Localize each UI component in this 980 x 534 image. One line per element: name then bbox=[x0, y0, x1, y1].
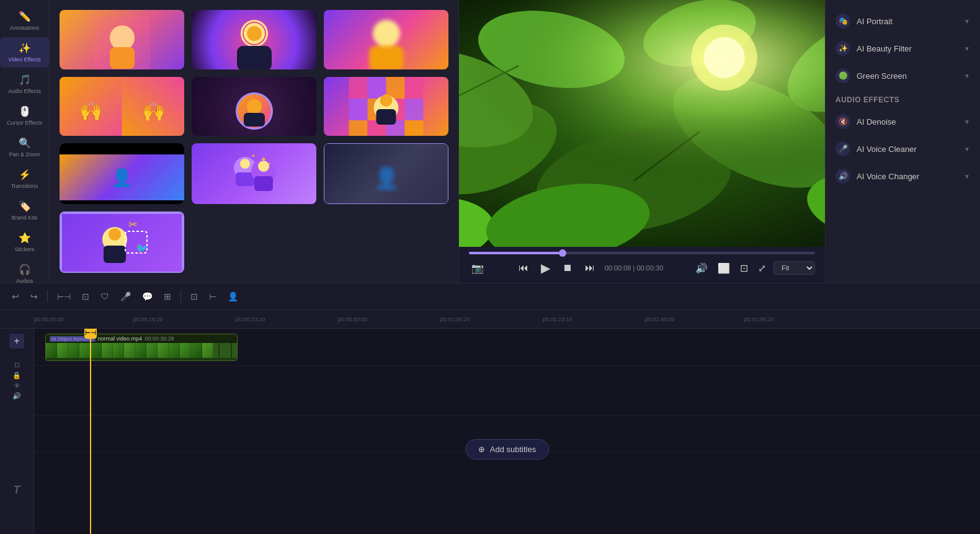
volume-btn[interactable]: 🔊 bbox=[693, 260, 710, 277]
stop-btn[interactable]: ⏹ bbox=[560, 260, 575, 276]
add-track-btn[interactable]: + bbox=[9, 334, 24, 349]
svg-rect-5 bbox=[237, 46, 272, 69]
right-panel-ai-voice-cleaner[interactable]: 🎤 AI Voice Cleaner ▼ bbox=[826, 135, 980, 162]
crop-timeline-btn[interactable]: ⊡ bbox=[78, 288, 94, 305]
effect-blur-background[interactable]: Blur background bbox=[324, 10, 448, 69]
ruler-mark-6: 00:01:40:00 bbox=[645, 316, 675, 323]
controls-center: ⏮ ▶ ⏹ ⏭ 00:00:08 | 00:00:30 bbox=[516, 258, 664, 278]
ruler-mark-5: 00:01:23:10 bbox=[543, 316, 572, 323]
undo-btn[interactable]: ↩ bbox=[7, 288, 24, 305]
redo-btn[interactable]: ↪ bbox=[26, 288, 42, 305]
right-panel-ai-beauty[interactable]: ✨ AI Beauty Filter ▼ bbox=[826, 35, 980, 62]
sidebar-item-transitions[interactable]: ⚡ Transitions bbox=[0, 164, 49, 194]
svg-rect-20 bbox=[349, 120, 368, 136]
ruler-mark-0: 00:00:00:00 bbox=[34, 316, 64, 323]
effect-mirror[interactable]: 🙌 🙌 Mirror bbox=[60, 77, 184, 136]
progress-thumb[interactable] bbox=[559, 249, 566, 257]
add-subtitles-btn[interactable]: ⊕ Add subtitles bbox=[465, 439, 549, 460]
skip-back-btn[interactable]: ⏮ bbox=[516, 260, 531, 276]
video-preview: 📷 ⏮ ▶ ⏹ ⏭ 00:00:08 | 00:00:30 🔊 ⬜ ⊡ ⤢ bbox=[459, 0, 825, 283]
ai-denoise-chevron: ▼ bbox=[964, 118, 970, 125]
sidebar-item-stickers[interactable]: ⭐ Stickers bbox=[0, 227, 49, 257]
effects-panel: Green Screen AI Portrait bbox=[50, 0, 459, 283]
speech-btn[interactable]: 💬 bbox=[138, 288, 157, 305]
screenshot-btn[interactable]: 📷 bbox=[469, 260, 486, 277]
ai-beauty-chevron: ▼ bbox=[964, 45, 970, 52]
green-screen-chevron: ▼ bbox=[964, 73, 970, 79]
effect-mosaic[interactable]: Mosaic bbox=[324, 77, 448, 136]
play-btn[interactable]: ▶ bbox=[538, 258, 553, 278]
effect-ai-object-remover[interactable]: ✂ 🐦 AI Object Remover bbox=[60, 211, 184, 274]
ai-denoise-panel-icon: 🔇 bbox=[835, 114, 850, 129]
clip-header: AI Object Remover normal video.mp4 00:00… bbox=[46, 334, 237, 343]
track-row-2 bbox=[34, 366, 980, 416]
sidebar-item-annotations[interactable]: ✏️ Annotations bbox=[0, 6, 49, 36]
shield-btn[interactable]: 🛡 bbox=[96, 288, 114, 305]
grid-layout-btn[interactable]: ⊡ bbox=[186, 288, 202, 305]
right-panel: 🎭 AI Portrait ▼ ✨ AI Beauty Filter ▼ 🟢 G… bbox=[825, 0, 980, 283]
right-panel-ai-voice-changer[interactable]: 🔊 AI Voice Changer ▼ bbox=[826, 162, 980, 190]
ruler-mark-4: 00:01:06:20 bbox=[440, 316, 470, 323]
time-display: 00:00:08 | 00:00:30 bbox=[605, 264, 664, 272]
sidebar-item-pan-zoom[interactable]: 🔍 Pan & Zoom bbox=[0, 132, 49, 162]
video-controls: 📷 ⏮ ▶ ⏹ ⏭ 00:00:08 | 00:00:30 🔊 ⬜ ⊡ ⤢ bbox=[459, 247, 825, 283]
playhead-handle[interactable]: ⊢⊣ bbox=[84, 329, 97, 339]
effect-border[interactable]: Border bbox=[192, 77, 316, 136]
ai-voice-changer-icon: 🔊 bbox=[835, 169, 850, 184]
arrange-btn[interactable]: ⊢ bbox=[205, 288, 221, 305]
svg-text:✦: ✦ bbox=[261, 155, 267, 164]
svg-point-8 bbox=[373, 20, 400, 47]
progress-bar[interactable] bbox=[469, 252, 815, 254]
text-overlay-btn[interactable]: ⊞ bbox=[159, 288, 176, 305]
sidebar-item-audios[interactable]: 🎧 Audios bbox=[0, 259, 49, 283]
mic-btn[interactable]: 🎤 bbox=[116, 288, 135, 305]
video-frame bbox=[459, 0, 825, 247]
right-panel-ai-portrait[interactable]: 🎭 AI Portrait ▼ bbox=[826, 7, 980, 35]
sidebar-item-video-effects[interactable]: ✨ Video Effects bbox=[0, 37, 49, 68]
track-row-video: AI Object Remover normal video.mp4 00:00… bbox=[34, 329, 980, 366]
effect-basic-blur[interactable]: 👤 Basic Blur bbox=[324, 143, 448, 204]
split-btn[interactable]: ⊢⊣ bbox=[53, 289, 75, 305]
svg-text:✦: ✦ bbox=[268, 162, 271, 166]
ruler-mark-1: 00:00:16:20 bbox=[133, 316, 163, 323]
cursor-effects-icon: 🖱️ bbox=[19, 105, 31, 117]
clip-filmstrip bbox=[46, 343, 237, 358]
stickers-icon: ⭐ bbox=[19, 232, 31, 244]
sidebar-item-audio-effects[interactable]: 🎵 Audio Effects bbox=[0, 69, 49, 99]
svg-rect-19 bbox=[405, 99, 424, 120]
controls-row: 📷 ⏮ ▶ ⏹ ⏭ 00:00:08 | 00:00:30 🔊 ⬜ ⊡ ⤢ bbox=[469, 258, 815, 278]
svg-point-37 bbox=[109, 228, 121, 241]
skip-forward-btn[interactable]: ⏭ bbox=[582, 260, 597, 276]
timeline-area: 00:00:00:00 00:00:16:20 00:00:33:10 00:0… bbox=[0, 310, 980, 534]
fullscreen-btn[interactable]: ⤢ bbox=[755, 260, 768, 277]
ai-voice-cleaner-icon: 🎤 bbox=[835, 141, 850, 156]
video-clip[interactable]: AI Object Remover normal video.mp4 00:00… bbox=[45, 334, 238, 361]
sidebar-item-cursor-effects[interactable]: 🖱️ Cursor Effects bbox=[0, 100, 49, 131]
timeline-left: + ⊡ 🔒 👁 🔊 T bbox=[0, 329, 34, 534]
svg-text:✦: ✦ bbox=[251, 153, 256, 159]
captions-btn[interactable]: ⬜ bbox=[715, 260, 733, 277]
controls-right: 🔊 ⬜ ⊡ ⤢ Fit 100% 75% 50% bbox=[693, 260, 815, 277]
pan-zoom-icon: 🔍 bbox=[19, 137, 31, 149]
ai-voice-changer-chevron: ▼ bbox=[964, 173, 970, 180]
right-panel-green-screen[interactable]: 🟢 Green Screen ▼ bbox=[826, 62, 980, 89]
effect-cinema-aspect[interactable]: 👤 Cinema Aspect 21:9 bbox=[60, 143, 184, 204]
timeline-toolbar: ↩ ↪ ⊢⊣ ⊡ 🛡 🎤 💬 ⊞ ⊡ ⊢ 👤 bbox=[0, 283, 980, 310]
progress-fill bbox=[469, 252, 563, 254]
fit-select[interactable]: Fit 100% 75% 50% bbox=[773, 261, 815, 275]
ai-portrait-chevron: ▼ bbox=[964, 18, 970, 25]
svg-point-28 bbox=[240, 159, 250, 169]
svg-rect-9 bbox=[369, 46, 404, 69]
person-btn[interactable]: 👤 bbox=[223, 288, 243, 305]
timeline-tracks: ⊢⊣ AI Object Remover normal video.mp4 00… bbox=[34, 329, 980, 534]
right-panel-ai-denoise[interactable]: 🔇 AI Denoise ▼ bbox=[826, 108, 980, 135]
effect-ai-portrait[interactable]: AI Portrait bbox=[192, 10, 316, 69]
svg-rect-3 bbox=[94, 16, 150, 69]
sidebar-item-brand-kits[interactable]: 🏷️ Brand Kits bbox=[0, 195, 49, 226]
effect-green-screen[interactable]: Green Screen bbox=[60, 10, 184, 69]
crop-btn[interactable]: ⊡ bbox=[737, 260, 751, 277]
audio-effects-icon: 🎵 bbox=[19, 74, 31, 86]
ruler-mark-3: 00:00:50:00 bbox=[338, 316, 368, 323]
track-control-icons: ⊡ 🔒 👁 🔊 bbox=[10, 358, 24, 403]
effect-ai-beauty[interactable]: ✦ ✦ ✦ AI Beauty Filter bbox=[192, 143, 316, 204]
